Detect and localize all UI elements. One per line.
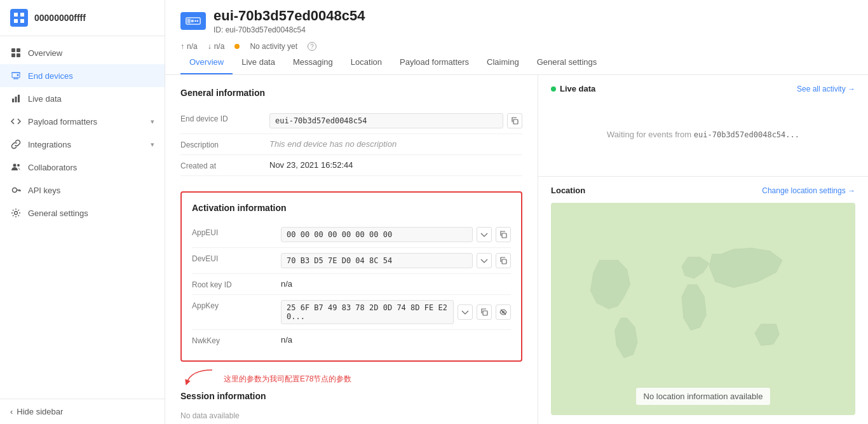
sidebar-item-collaborators[interactable]: Collaborators <box>0 156 165 179</box>
info-row-nwkkey: NwkKey n/a <box>192 330 511 350</box>
sidebar-item-collaborators-label: Collaborators <box>28 163 154 172</box>
sidebar-item-integrations-label: Integrations <box>28 140 144 149</box>
location-header: Location Change location settings → <box>551 186 855 195</box>
activation-title: Activation information <box>192 203 511 213</box>
root-key-id-label: Root key ID <box>192 279 281 289</box>
svg-point-13 <box>17 164 20 167</box>
device-hardware-icon <box>180 12 206 30</box>
change-location-settings-link[interactable]: Change location settings → <box>762 186 855 195</box>
session-info-title: Session information <box>180 391 522 401</box>
map-container: No location information available <box>551 203 855 415</box>
tab-general-settings[interactable]: General settings <box>528 51 606 74</box>
svg-rect-6 <box>11 53 15 57</box>
bar-chart-icon <box>10 93 22 104</box>
appkey-hide-button[interactable] <box>496 304 511 320</box>
appkey-mono: 25 6F B7 49 83 78 2D 0D 74 8D FE E2 0... <box>281 300 454 324</box>
hide-sidebar-button[interactable]: ‹ Hide sidebar <box>0 399 165 424</box>
deveui-mono: 70 B3 D5 7E D0 04 8C 54 <box>281 253 473 268</box>
sidebar-item-integrations[interactable]: Integrations ▾ <box>0 133 165 156</box>
live-dot <box>551 86 556 92</box>
info-row-device-id: End device ID eui-70b3d57ed0048c54 <box>180 108 522 134</box>
svg-rect-20 <box>187 19 191 24</box>
org-icon <box>10 9 28 27</box>
general-info-table: End device ID eui-70b3d57ed0048c54 Descr… <box>180 108 522 176</box>
tab-location[interactable]: Location <box>342 51 391 74</box>
tab-claiming[interactable]: Claiming <box>478 51 528 74</box>
device-title-row: eui-70b3d57ed0048c54 ID: eui-70b3d57ed00… <box>180 8 853 34</box>
svg-rect-27 <box>483 311 487 315</box>
appeui-toggle-button[interactable] <box>477 227 492 242</box>
svg-rect-5 <box>17 48 20 52</box>
no-location-text: No location information available <box>636 388 771 405</box>
appeui-label: AppEUI <box>192 227 281 237</box>
svg-rect-23 <box>191 20 194 22</box>
activity-status-dot <box>234 44 240 49</box>
tab-payload-formatters[interactable]: Payload formatters <box>391 51 478 74</box>
svg-point-8 <box>17 74 19 76</box>
info-row-root-key-id: Root key ID n/a <box>192 274 511 295</box>
created-at-value: Nov 23, 2021 16:52:44 <box>269 160 522 170</box>
sidebar-item-payload-formatters[interactable]: Payload formatters ▾ <box>0 110 165 133</box>
waiting-text: Waiting for events from eui-70b3d57ed004… <box>607 130 799 139</box>
status-down: ↓ n/a <box>208 42 225 51</box>
chinese-annotation: 这里的参数为我司配置E78节点的参数 <box>224 374 351 385</box>
created-at-label: Created at <box>180 160 269 170</box>
description-label: Description <box>180 139 269 149</box>
content-area: General information End device ID eui-70… <box>165 75 868 424</box>
chevron-left-icon: ‹ <box>10 407 13 416</box>
info-row-description: Description This end device has no descr… <box>180 134 522 155</box>
live-data-content: Waiting for events from eui-70b3d57ed004… <box>551 101 855 167</box>
info-row-appeui: AppEUI 00 00 00 00 00 00 00 00 <box>192 222 511 248</box>
chevron-down-icon: ▾ <box>151 118 154 126</box>
people-icon <box>10 161 22 173</box>
live-data-label: Live data <box>560 84 595 93</box>
status-up: ↑ n/a <box>180 42 198 51</box>
sidebar-item-end-devices-label: End devices <box>28 71 154 81</box>
sidebar-item-payload-formatters-label: Payload formatters <box>28 117 144 127</box>
svg-rect-7 <box>17 53 20 57</box>
key-icon <box>10 184 22 196</box>
appkey-toggle-button[interactable] <box>458 304 473 320</box>
sidebar-item-end-devices[interactable]: End devices <box>0 64 165 87</box>
appeui-copy-button[interactable] <box>496 227 511 242</box>
svg-rect-25 <box>502 233 506 238</box>
nwkkey-value: n/a <box>281 335 511 345</box>
tab-messaging[interactable]: Messaging <box>284 51 342 74</box>
tab-overview[interactable]: Overview <box>180 51 233 74</box>
svg-rect-26 <box>502 259 506 264</box>
sidebar: 00000000ffff Overview End devices Live d… <box>0 0 165 424</box>
sidebar-item-overview[interactable]: Overview <box>0 41 165 64</box>
sidebar-item-api-keys[interactable]: API keys <box>0 179 165 202</box>
device-id: ID: eui-70b3d57ed0048c54 <box>214 25 365 34</box>
deveui-value: 70 B3 D5 7E D0 04 8C 54 <box>281 253 511 268</box>
no-activity-label: No activity yet <box>250 42 297 51</box>
chevron-down-icon-2: ▾ <box>151 140 154 149</box>
activation-box: Activation information AppEUI 00 00 00 0… <box>180 191 522 362</box>
svg-point-22 <box>197 20 199 22</box>
link-icon <box>10 139 22 150</box>
root-key-id-value: n/a <box>281 279 511 289</box>
svg-rect-10 <box>15 97 17 102</box>
device-status-row: ↑ n/a ↓ n/a No activity yet ? <box>180 38 853 51</box>
sidebar-item-overview-label: Overview <box>28 48 154 58</box>
svg-rect-3 <box>20 19 24 23</box>
appkey-copy-button[interactable] <box>477 304 492 320</box>
tab-live-data[interactable]: Live data <box>233 51 284 74</box>
device-header: eui-70b3d57ed0048c54 ID: eui-70b3d57ed00… <box>165 0 868 75</box>
copy-device-id-button[interactable] <box>507 113 522 128</box>
help-icon[interactable]: ? <box>308 42 316 51</box>
svg-rect-2 <box>14 19 18 23</box>
deveui-copy-button[interactable] <box>496 253 511 268</box>
session-no-data: No data available <box>180 411 522 420</box>
svg-point-18 <box>15 212 18 215</box>
sidebar-item-live-data[interactable]: Live data <box>0 87 165 110</box>
info-row-created-at: Created at Nov 23, 2021 16:52:44 <box>180 155 522 176</box>
see-all-activity-link[interactable]: See all activity → <box>797 85 855 93</box>
svg-rect-24 <box>513 120 518 124</box>
annotation-arrow <box>180 367 219 386</box>
device-name-container: eui-70b3d57ed0048c54 ID: eui-70b3d57ed00… <box>214 8 365 34</box>
deveui-toggle-button[interactable] <box>477 253 492 268</box>
svg-rect-0 <box>14 13 18 17</box>
sidebar-item-general-settings[interactable]: General settings <box>0 202 165 224</box>
live-data-title: Live data <box>551 84 595 93</box>
